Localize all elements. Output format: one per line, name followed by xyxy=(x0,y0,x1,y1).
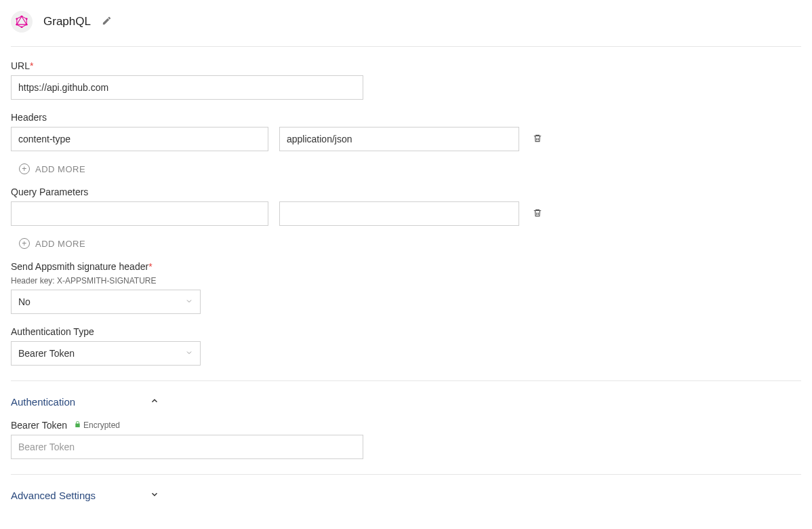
svg-point-3 xyxy=(26,18,28,20)
headers-label: Headers xyxy=(11,112,801,123)
headers-group: Headers + ADD MORE xyxy=(11,112,801,174)
signature-group: Send Appsmith signature header* Header k… xyxy=(11,261,801,314)
auth-type-label: Authentication Type xyxy=(11,326,801,337)
add-header-button[interactable]: + ADD MORE xyxy=(19,163,85,174)
query-param-row xyxy=(11,201,801,226)
header-row xyxy=(11,127,801,151)
chevron-down-icon xyxy=(150,490,159,501)
query-key-input[interactable] xyxy=(11,201,268,226)
svg-point-7 xyxy=(16,18,18,20)
signature-sublabel: Header key: X-APPSMITH-SIGNATURE xyxy=(11,276,801,286)
graphql-icon xyxy=(16,16,28,28)
bearer-token-group: Bearer Token Encrypted xyxy=(11,420,801,459)
advanced-settings-section: Advanced Settings xyxy=(11,490,801,501)
add-query-param-button[interactable]: + ADD MORE xyxy=(19,238,85,249)
header-value-input[interactable] xyxy=(279,127,519,151)
query-params-group: Query Parameters + ADD MORE xyxy=(11,187,801,249)
chevron-down-icon xyxy=(185,296,193,307)
bearer-token-input[interactable] xyxy=(11,435,363,459)
url-input[interactable] xyxy=(11,75,363,100)
authentication-section: Authentication xyxy=(11,396,801,408)
header-key-input[interactable] xyxy=(11,127,268,151)
query-params-label: Query Parameters xyxy=(11,187,801,197)
svg-point-6 xyxy=(16,24,18,26)
chevron-down-icon xyxy=(185,348,193,359)
page-header: GraphQL xyxy=(11,11,801,47)
delete-icon[interactable] xyxy=(530,131,545,148)
signature-label: Send Appsmith signature header* xyxy=(11,261,801,272)
authentication-section-header[interactable]: Authentication xyxy=(11,396,801,408)
advanced-settings-header[interactable]: Advanced Settings xyxy=(11,490,801,501)
chevron-up-icon xyxy=(150,396,159,408)
page-title: GraphQL xyxy=(43,15,91,28)
edit-icon[interactable] xyxy=(102,16,112,28)
plus-icon: + xyxy=(19,238,30,249)
auth-type-select[interactable]: Bearer Token xyxy=(11,341,201,366)
lock-icon xyxy=(74,420,81,430)
signature-select[interactable]: No xyxy=(11,290,201,314)
divider xyxy=(11,380,801,381)
plus-icon: + xyxy=(19,163,30,174)
auth-type-group: Authentication Type Bearer Token xyxy=(11,326,801,366)
advanced-settings-title: Advanced Settings xyxy=(11,490,96,501)
svg-marker-1 xyxy=(17,16,26,24)
svg-point-4 xyxy=(26,24,28,26)
delete-icon[interactable] xyxy=(530,205,545,222)
query-value-input[interactable] xyxy=(279,201,519,226)
url-field-group: URL* xyxy=(11,60,801,100)
authentication-section-title: Authentication xyxy=(11,396,75,408)
url-label: URL* xyxy=(11,60,801,71)
encrypted-badge: Encrypted xyxy=(74,420,120,430)
bearer-token-label: Bearer Token xyxy=(11,420,67,431)
graphql-logo xyxy=(11,11,33,33)
divider xyxy=(11,474,801,475)
